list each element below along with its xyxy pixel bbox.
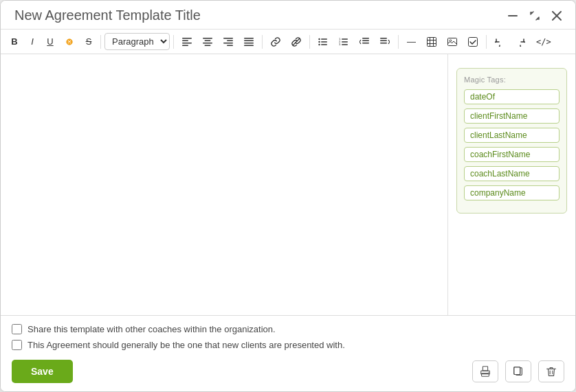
svg-rect-28 xyxy=(342,41,348,43)
toolbar-divider-3 xyxy=(262,35,263,49)
align-right-button[interactable] xyxy=(219,34,238,49)
svg-rect-30 xyxy=(342,44,348,45)
share-template-checkbox[interactable] xyxy=(12,324,22,334)
main-content: Magic Tags: dateOf clientFirstName clien… xyxy=(1,54,575,315)
svg-rect-33 xyxy=(362,43,369,44)
link-button[interactable] xyxy=(266,34,285,49)
svg-rect-8 xyxy=(203,43,212,44)
italic-button[interactable]: I xyxy=(24,34,41,49)
svg-rect-14 xyxy=(244,38,254,39)
checkbox-button[interactable] xyxy=(463,34,483,49)
magic-tag-dateOf[interactable]: dateOf xyxy=(464,89,560,104)
indent-increase-button[interactable] xyxy=(375,34,395,49)
duplicate-button[interactable] xyxy=(505,360,531,382)
maximize-button[interactable] xyxy=(527,9,542,23)
svg-rect-36 xyxy=(380,43,387,44)
svg-rect-7 xyxy=(205,40,211,41)
paragraph-select[interactable]: Paragraph Heading 1 Heading 2 Heading 3 xyxy=(104,33,170,50)
svg-rect-42 xyxy=(448,38,457,45)
magic-tags-box: Magic Tags: dateOf clientFirstName clien… xyxy=(456,68,567,214)
svg-rect-32 xyxy=(362,40,369,41)
underline-button[interactable]: U xyxy=(42,34,58,49)
delete-button[interactable] xyxy=(538,360,564,382)
title-bar: New Agreement Template Title xyxy=(1,1,575,30)
svg-rect-4 xyxy=(182,43,192,44)
editor-area[interactable] xyxy=(1,54,448,315)
svg-rect-16 xyxy=(244,43,254,44)
align-justify-button[interactable] xyxy=(239,34,258,49)
footer-checkboxes: Share this template with other coaches w… xyxy=(12,324,564,350)
magic-tag-coachFirstName[interactable]: coachFirstName xyxy=(464,147,560,162)
svg-line-18 xyxy=(293,38,300,45)
svg-rect-12 xyxy=(223,43,233,44)
code-button[interactable]: </> xyxy=(531,35,556,49)
ordered-list-button[interactable]: 1.2.3. xyxy=(334,34,353,49)
highlight-button[interactable] xyxy=(60,34,79,49)
svg-rect-46 xyxy=(483,367,487,371)
table-button[interactable] xyxy=(422,34,441,49)
default-agreement-label: This Agreement should generally be the o… xyxy=(27,340,345,350)
svg-rect-11 xyxy=(227,40,233,41)
print-button[interactable] xyxy=(472,360,498,382)
svg-rect-20 xyxy=(321,38,327,40)
svg-rect-26 xyxy=(342,38,348,40)
toolbar-divider-4 xyxy=(309,35,310,49)
svg-rect-9 xyxy=(205,45,211,46)
svg-rect-49 xyxy=(514,367,520,375)
minimize-button[interactable] xyxy=(505,9,520,23)
svg-rect-17 xyxy=(244,45,254,46)
svg-point-19 xyxy=(318,38,320,39)
svg-point-47 xyxy=(488,372,489,373)
bold-button[interactable]: B xyxy=(6,34,23,49)
image-button[interactable] xyxy=(443,34,462,49)
magic-tags-label: Magic Tags: xyxy=(464,76,560,84)
close-button[interactable] xyxy=(549,9,564,23)
undo-button[interactable] xyxy=(490,34,509,49)
svg-rect-22 xyxy=(321,41,327,43)
svg-point-43 xyxy=(450,39,452,41)
strikethrough-button[interactable]: S xyxy=(80,34,97,49)
svg-rect-3 xyxy=(182,40,188,41)
svg-point-23 xyxy=(318,43,320,45)
unlink-button[interactable] xyxy=(287,34,306,49)
window-title: New Agreement Template Title xyxy=(14,8,201,23)
main-window: New Agreement Template Title B I U S Par… xyxy=(0,0,576,392)
svg-rect-0 xyxy=(508,15,518,16)
default-agreement-checkbox[interactable] xyxy=(12,340,22,350)
window-controls xyxy=(505,9,564,23)
svg-point-21 xyxy=(318,41,320,42)
share-template-label: Share this template with other coaches w… xyxy=(27,324,276,334)
unordered-list-button[interactable] xyxy=(313,34,333,49)
toolbar-divider-1 xyxy=(100,35,101,49)
svg-rect-10 xyxy=(223,38,233,39)
svg-rect-37 xyxy=(428,37,436,46)
svg-rect-13 xyxy=(227,45,233,46)
magic-tag-clientLastName[interactable]: clientLastName xyxy=(464,128,560,143)
sidebar: Magic Tags: dateOf clientFirstName clien… xyxy=(448,54,575,315)
svg-rect-5 xyxy=(182,45,188,46)
default-agreement-row[interactable]: This Agreement should generally be the o… xyxy=(12,340,564,350)
svg-rect-2 xyxy=(182,38,192,39)
align-left-button[interactable] xyxy=(177,34,197,49)
magic-tag-companyName[interactable]: companyName xyxy=(464,185,560,200)
align-center-button[interactable] xyxy=(198,34,217,49)
toolbar-divider-2 xyxy=(173,35,174,49)
magic-tag-clientFirstName[interactable]: clientFirstName xyxy=(464,108,560,124)
svg-text:3.: 3. xyxy=(339,43,341,46)
magic-tag-coachLastName[interactable]: coachLastName xyxy=(464,166,560,181)
editor-toolbar: B I U S Paragraph Heading 1 Heading 2 He… xyxy=(1,30,575,54)
svg-rect-31 xyxy=(362,38,369,39)
toolbar-divider-5 xyxy=(398,35,399,49)
toolbar-divider-6 xyxy=(486,35,487,49)
hr-button[interactable]: — xyxy=(402,34,421,49)
svg-rect-35 xyxy=(380,40,387,41)
redo-button[interactable] xyxy=(511,34,530,49)
footer-actions: Save xyxy=(12,360,564,383)
footer-right-buttons xyxy=(472,360,564,382)
svg-rect-15 xyxy=(244,40,254,41)
svg-rect-34 xyxy=(380,38,387,39)
save-button[interactable]: Save xyxy=(12,360,73,383)
indent-decrease-button[interactable] xyxy=(355,34,374,49)
svg-rect-6 xyxy=(203,38,212,39)
share-template-row[interactable]: Share this template with other coaches w… xyxy=(12,324,564,334)
